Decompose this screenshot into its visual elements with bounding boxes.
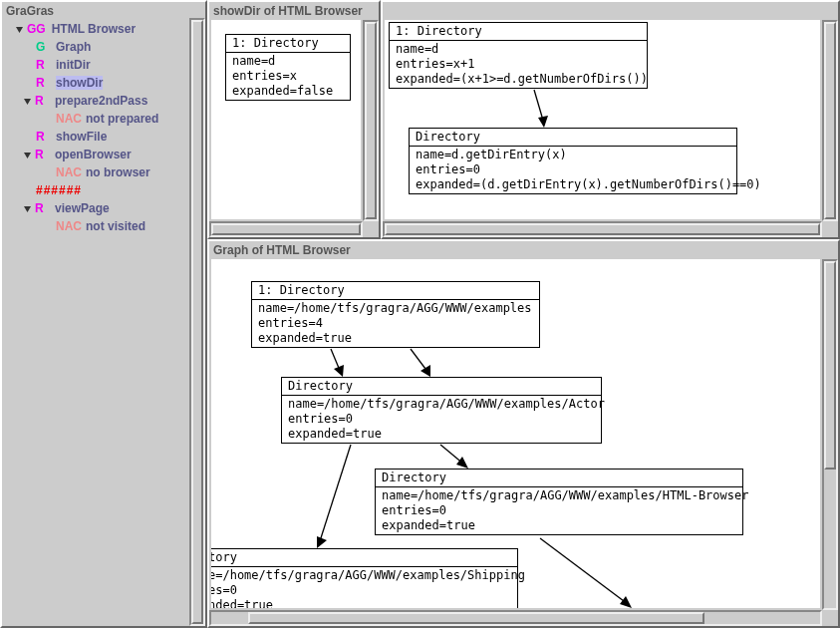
node-body: name=/home/tfs/gragra/AGG/WWW/examples/H…: [376, 487, 742, 534]
lhs-hscrollbar[interactable]: [209, 221, 363, 237]
graph-title: Graph of HTML Browser: [209, 241, 838, 259]
graph-hscrollbar[interactable]: [209, 610, 822, 626]
node-head: tory: [211, 549, 517, 566]
node-attr: entries=x+1: [396, 57, 641, 72]
app-root: GraGras GG HTML Browser G Graph R initDi…: [0, 0, 840, 628]
tree-title: GraGras: [2, 2, 205, 20]
tree-nac-label: no browser: [86, 165, 150, 179]
tree-nac-nobrowser[interactable]: NAC no browser: [4, 163, 205, 181]
tree-item-label: initDir: [56, 58, 91, 72]
tree-root-row[interactable]: GG HTML Browser: [4, 20, 205, 38]
tree-item-showfile[interactable]: R showFile: [4, 128, 205, 146]
scrollbar-thumb[interactable]: [385, 223, 820, 235]
tree-type-r: R: [35, 94, 49, 108]
graph-pane: Graph of HTML Browser 1: Directory name=…: [207, 239, 840, 628]
tree-vscrollbar[interactable]: [189, 18, 205, 626]
node-attr: entries=0: [416, 162, 730, 177]
tree-type-gg: GG: [27, 22, 46, 36]
tree-type-r: R: [35, 148, 49, 161]
node-body: name=d.getDirEntry(x) entries=0 expanded…: [410, 147, 736, 193]
tree-sep-text: ######: [36, 183, 82, 197]
right-column: showDir of HTML Browser 1: Directory nam…: [207, 0, 840, 628]
rhs-node-top[interactable]: 1: Directory name=d entries=x+1 expanded…: [389, 22, 648, 89]
svg-marker-4: [538, 116, 548, 128]
node-attr: name=/home/tfs/gragra/AGG/WWW/examples: [258, 301, 533, 316]
lhs-vscrollbar[interactable]: [363, 20, 379, 221]
graph-node-2[interactable]: Directory name=/home/tfs/gragra/AGG/WWW/…: [281, 377, 602, 444]
node-head: 1: Directory: [390, 23, 647, 40]
node-head: Directory: [376, 470, 742, 486]
tree-type-nac: NAC: [56, 165, 82, 179]
tree-type-nac: NAC: [56, 112, 82, 126]
svg-marker-8: [456, 457, 468, 469]
collapse-handle-icon[interactable]: [22, 150, 33, 160]
tree-type-r: R: [36, 58, 50, 72]
svg-marker-9: [620, 596, 632, 608]
tree-item-openbrowser[interactable]: R openBrowser: [4, 146, 205, 163]
tree-type-r: R: [36, 76, 50, 90]
tree-item-initdir[interactable]: R initDir: [4, 56, 205, 74]
tree-type-r: R: [35, 201, 49, 215]
rule-row: showDir of HTML Browser 1: Directory nam…: [207, 0, 840, 239]
rule-lhs-pane: showDir of HTML Browser 1: Directory nam…: [207, 0, 381, 239]
lhs-node[interactable]: 1: Directory name=d entries=x expanded=f…: [225, 34, 351, 101]
tree-item-label: prepare2ndPass: [55, 94, 147, 108]
node-attr: entries=0: [288, 412, 595, 427]
scrollbar-thumb[interactable]: [824, 261, 836, 470]
lhs-canvas[interactable]: 1: Directory name=d entries=x expanded=f…: [211, 20, 361, 219]
scrollbar-thumb[interactable]: [211, 223, 361, 235]
tree-item-viewpage[interactable]: R viewPage: [4, 199, 205, 217]
scrollbar-thumb[interactable]: [248, 612, 704, 624]
collapse-handle-icon[interactable]: [22, 96, 33, 107]
rhs-node-bottom[interactable]: Directory name=d.getDirEntry(x) entries=…: [409, 128, 737, 194]
graph-vscrollbar[interactable]: [822, 259, 838, 610]
scroll-corner: [822, 610, 838, 626]
node-attr: nded=true: [211, 598, 511, 608]
scrollbar-thumb[interactable]: [365, 22, 377, 219]
node-body: name=/home/tfs/gragra/AGG/WWW/examples e…: [252, 300, 539, 347]
graph-node-4[interactable]: tory e=/home/tfs/gragra/AGG/WWW/examples…: [211, 548, 518, 608]
tree-separator: ######: [4, 181, 205, 199]
graph-row: Graph of HTML Browser 1: Directory name=…: [207, 239, 840, 628]
scrollbar-thumb[interactable]: [191, 20, 203, 624]
node-attr: es=0: [211, 583, 511, 598]
rule-rhs-pane: . 1: Directory name=d entries=x+1 expand…: [381, 0, 840, 239]
tree-item-label: showFile: [56, 130, 107, 144]
tree-nac-notvisited[interactable]: NAC not visited: [4, 217, 205, 235]
node-body: name=d entries=x expanded=false: [226, 53, 350, 100]
node-attr: expanded=true: [288, 427, 595, 442]
tree-body: GG HTML Browser G Graph R initDir R show…: [2, 20, 205, 235]
node-head: 1: Directory: [226, 35, 350, 52]
tree-item-graph[interactable]: G Graph: [4, 38, 205, 56]
rhs-vscrollbar[interactable]: [822, 20, 838, 221]
rhs-canvas[interactable]: 1: Directory name=d entries=x+1 expanded…: [385, 20, 820, 219]
node-head: Directory: [282, 378, 601, 395]
tree-item-label: Graph: [56, 40, 91, 54]
tree-type-nac: NAC: [56, 219, 82, 233]
graph-node-3[interactable]: Directory name=/home/tfs/gragra/AGG/WWW/…: [375, 469, 743, 535]
node-attr: expanded=(x+1>=d.getNumberOfDirs()): [396, 72, 641, 87]
tree-type-r: R: [36, 130, 50, 144]
node-attr: name=/home/tfs/gragra/AGG/WWW/examples/A…: [288, 397, 595, 412]
node-body: name=/home/tfs/gragra/AGG/WWW/examples/A…: [282, 396, 601, 443]
rhs-hscrollbar[interactable]: [383, 221, 822, 237]
collapse-handle-icon[interactable]: [22, 203, 33, 214]
node-head: Directory: [410, 129, 736, 146]
tree-item-label: viewPage: [55, 201, 110, 215]
collapse-handle-icon[interactable]: [14, 24, 25, 35]
node-attr: name=d: [396, 42, 641, 57]
tree-type-g: G: [36, 40, 50, 54]
tree-item-prepare2ndpass[interactable]: R prepare2ndPass: [4, 92, 205, 110]
scrollbar-thumb[interactable]: [824, 22, 836, 219]
node-attr: entries=0: [382, 503, 736, 518]
node-attr: expanded=true: [382, 518, 736, 533]
graph-canvas[interactable]: 1: Directory name=/home/tfs/gragra/AGG/W…: [211, 259, 820, 608]
tree-item-label: openBrowser: [55, 148, 132, 161]
tree-nac-label: not prepared: [86, 112, 158, 126]
graph-node-1[interactable]: 1: Directory name=/home/tfs/gragra/AGG/W…: [251, 281, 540, 348]
tree-root-label: HTML Browser: [52, 22, 136, 36]
tree-nac-notprepared[interactable]: NAC not prepared: [4, 110, 205, 128]
tree-item-showdir[interactable]: R showDir: [4, 74, 205, 92]
svg-marker-7: [317, 536, 327, 548]
node-attr: name=d: [232, 54, 344, 69]
